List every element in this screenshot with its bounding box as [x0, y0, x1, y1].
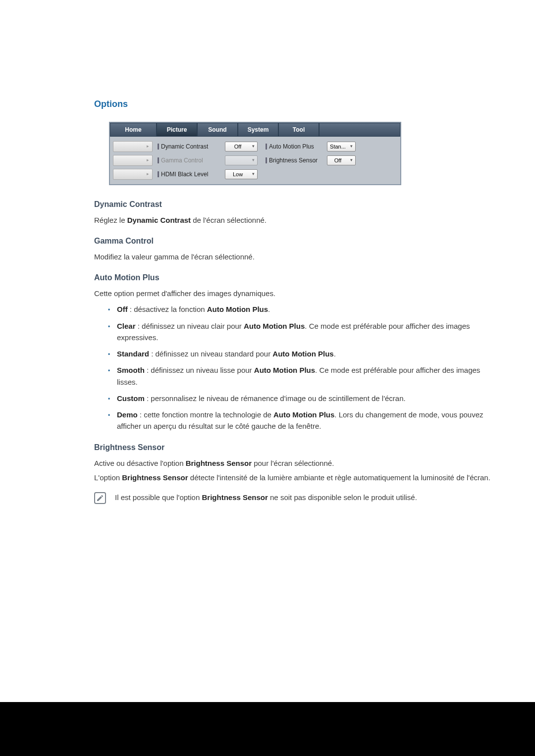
bar-icon: [158, 144, 159, 150]
heading-gamma-control: Gamma Control: [94, 237, 495, 246]
text-gamma-control: Modifiez la valeur gamma de l'écran séle…: [94, 252, 495, 262]
heading-dynamic-contrast: Dynamic Contrast: [94, 200, 495, 209]
bar-icon: [266, 144, 267, 150]
expander-button[interactable]: [113, 155, 153, 166]
expander-button[interactable]: [113, 141, 153, 152]
settings-row-3: HDMI Black Level Low: [113, 167, 397, 181]
settings-row-1: Dynamic Contrast Off Auto Motion Plus St…: [113, 140, 397, 153]
select-gamma-control: [225, 155, 258, 165]
text-bs-1: Active ou désactive l'option Brightness …: [94, 458, 495, 469]
amp-options-list: Off : désactivez la fonction Auto Motion…: [94, 303, 495, 432]
field-label-hdmi-black-level: HDMI Black Level: [158, 171, 222, 178]
tab-bar: Home Picture Sound System Tool: [110, 123, 400, 137]
tab-tool[interactable]: Tool: [278, 123, 319, 137]
text-bs-2: L'option Brightness Sensor détecte l'int…: [94, 472, 495, 483]
pencil-icon: [96, 494, 104, 502]
tab-filler: [319, 123, 400, 137]
select-dynamic-contrast[interactable]: Off: [225, 142, 258, 151]
field-label-gamma-control: Gamma Control: [158, 157, 222, 164]
tab-picture[interactable]: Picture: [157, 123, 197, 137]
select-auto-motion-plus[interactable]: Stan...: [327, 142, 356, 151]
section-title: Options: [94, 99, 495, 109]
list-item-clear: Clear : définissez un niveau clair pour …: [108, 320, 495, 344]
document-page: Options Home Picture Sound System Tool D…: [0, 0, 535, 702]
ui-settings-panel: Home Picture Sound System Tool Dynamic C…: [109, 122, 401, 185]
tab-home[interactable]: Home: [110, 123, 157, 137]
settings-rows: Dynamic Contrast Off Auto Motion Plus St…: [110, 137, 400, 184]
tab-system[interactable]: System: [238, 123, 278, 137]
tab-sound[interactable]: Sound: [197, 123, 238, 137]
heading-brightness-sensor: Brightness Sensor: [94, 443, 495, 452]
select-hdmi-black-level[interactable]: Low: [225, 169, 258, 179]
list-item-custom: Custom : personnalisez le niveau de réma…: [108, 393, 495, 404]
list-item-off: Off : désactivez la fonction Auto Motion…: [108, 303, 495, 315]
field-label-brightness-sensor: Brightness Sensor: [266, 157, 324, 164]
heading-auto-motion-plus: Auto Motion Plus: [94, 273, 495, 282]
note-icon: [94, 492, 106, 504]
bar-icon: [158, 171, 159, 177]
list-item-demo: Demo : cette fonction montre la technolo…: [108, 409, 495, 432]
expander-button[interactable]: [113, 169, 153, 180]
text-amp-intro: Cette option permet d'afficher des image…: [94, 288, 495, 299]
note-block: Il est possible que l'option Brightness …: [94, 492, 495, 504]
field-label-auto-motion-plus: Auto Motion Plus: [266, 143, 324, 150]
settings-row-2: Gamma Control Brightness Sensor Off: [113, 153, 397, 167]
list-item-standard: Standard : définissez un niveau standard…: [108, 348, 495, 359]
bar-icon: [158, 157, 159, 163]
text-dynamic-contrast: Réglez le Dynamic Contrast de l'écran sé…: [94, 215, 495, 226]
list-item-smooth: Smooth : définissez un niveau lisse pour…: [108, 364, 495, 388]
note-text: Il est possible que l'option Brightness …: [115, 492, 417, 504]
select-brightness-sensor[interactable]: Off: [327, 155, 356, 165]
field-label-dynamic-contrast: Dynamic Contrast: [158, 143, 222, 150]
bar-icon: [266, 157, 267, 163]
